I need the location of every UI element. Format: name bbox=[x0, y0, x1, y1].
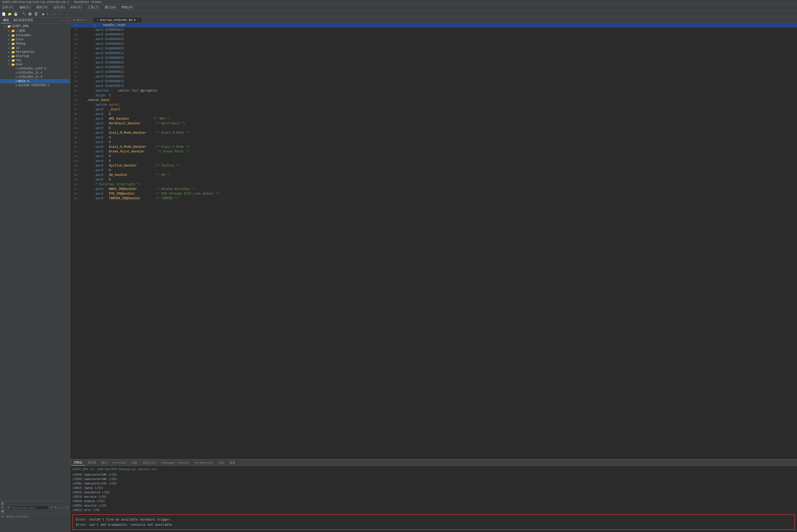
main-c-tab-close[interactable]: ✕ bbox=[89, 18, 90, 22]
line-number: 23 bbox=[70, 56, 80, 60]
tree-item-it-h[interactable]: h ch32v20x_it.h bbox=[0, 75, 70, 79]
tab-terminal[interactable]: Terminal bbox=[110, 460, 129, 465]
line-arrow bbox=[80, 177, 84, 182]
line-content: .word HardFault_Handler /* Hard Fault */ bbox=[84, 121, 797, 126]
line-number: 21 bbox=[70, 46, 80, 51]
code-line-22: 22 .word 0x00000013 bbox=[70, 51, 797, 56]
toolbar-save[interactable]: 💾 bbox=[13, 12, 18, 16]
toolbar-back[interactable]: ← bbox=[59, 12, 64, 16]
disasm-refresh-btn[interactable]: ↺ bbox=[50, 506, 53, 509]
tree-item-system-c[interactable]: c system ch32v20x.c bbox=[0, 83, 70, 88]
tab-peripherals[interactable]: Peripherals bbox=[192, 460, 216, 465]
menu-edit[interactable]: 编辑(E) bbox=[18, 5, 32, 10]
menu-tools[interactable]: 工具(T) bbox=[87, 5, 100, 10]
line-arrow: → bbox=[80, 23, 84, 27]
code-line-45: 45 .word 0 bbox=[70, 159, 797, 164]
line-arrow bbox=[80, 42, 84, 46]
tree-item-conf-h[interactable]: h ch32v20x_conf.h bbox=[0, 66, 70, 71]
core-folder-icon: 📂 bbox=[12, 38, 15, 41]
tab-problems[interactable]: 问题 bbox=[129, 460, 140, 466]
code-editor[interactable]: 16→ j handle_reset17 .word 0x0000001318 … bbox=[70, 23, 797, 459]
tree-item-includes[interactable]: ▶ 📂 Includes bbox=[0, 33, 70, 37]
list-item: (4161) priv (/8) bbox=[72, 508, 795, 512]
line-arrow bbox=[80, 140, 84, 145]
tree-item-it-c[interactable]: c ch32v20x_it.c bbox=[0, 71, 70, 75]
toolbar-step-return[interactable]: ↑ bbox=[53, 12, 56, 16]
toolbar-clean[interactable]: 🗑️ bbox=[33, 12, 39, 16]
list-item: (3667) hgeip (/32) bbox=[72, 486, 795, 490]
line-arrow bbox=[80, 32, 84, 37]
disasm-location-input[interactable] bbox=[10, 506, 49, 510]
tree-item-root[interactable]: ▼ 📁 USART_DMA bbox=[0, 24, 70, 28]
tree-item-startup[interactable]: ▶ 📂 Startup bbox=[0, 54, 70, 58]
disasm-close-btn[interactable]: ✕ bbox=[65, 506, 69, 509]
menu-flash[interactable]: 闪存(F) bbox=[69, 5, 83, 10]
tab-search[interactable]: 搜索 bbox=[227, 460, 238, 466]
code-line-31: 31 .align 1 bbox=[70, 93, 797, 98]
tab-main-c[interactable]: c main.c ✕ bbox=[70, 17, 93, 23]
code-line-51: 51 .word WWDG_IRQHandler /* Window Watch… bbox=[70, 187, 797, 191]
toolbar-rebuild[interactable]: ⚙️ bbox=[27, 12, 33, 16]
tab-memory[interactable]: 内存 bbox=[216, 460, 227, 466]
tab-registers[interactable]: 寄存器 bbox=[85, 460, 99, 466]
tree-item-user[interactable]: ▼ 📂 User bbox=[0, 62, 70, 66]
toolbar-step-over[interactable]: ⤵ bbox=[46, 12, 49, 16]
menu-window[interactable]: 窗口(W) bbox=[103, 5, 118, 10]
disasm-maximize-btn[interactable]: □ bbox=[62, 506, 65, 509]
line-number: 45 bbox=[70, 159, 80, 164]
menu-run[interactable]: 运行(R) bbox=[52, 5, 67, 10]
menu-help[interactable]: 帮助(H) bbox=[120, 5, 134, 10]
tab-project-explorer[interactable]: 项目资源管理器 bbox=[11, 17, 35, 23]
tab-startup-asm[interactable]: S startup_ch32v20x_D6.S ✕ bbox=[93, 17, 142, 23]
tab-debug[interactable]: 调试 bbox=[1, 17, 11, 23]
toolbar-new[interactable]: 📄 bbox=[1, 12, 6, 16]
tree-item-core[interactable]: ▶ 📂 Core bbox=[0, 37, 70, 42]
line-arrow bbox=[80, 93, 84, 98]
tab-console[interactable]: 控制台 bbox=[71, 460, 85, 466]
tree-arrow-ld: ▶ bbox=[8, 46, 12, 50]
tab-breakpoints[interactable]: 断点 bbox=[99, 460, 110, 466]
line-number: 48 bbox=[70, 173, 80, 177]
minimize-icon[interactable]: — bbox=[57, 18, 61, 22]
line-content: .word 0x00000013 bbox=[84, 60, 797, 65]
main-layout: 调试 项目资源管理器 — □ ✕ ▼ 📁 USART_DMA ▶ 📂 二进制 bbox=[0, 17, 797, 532]
line-number: 31 bbox=[70, 93, 80, 98]
disasm-minimize-btn[interactable]: — bbox=[58, 506, 62, 509]
close-panel-icon[interactable]: ✕ bbox=[65, 18, 69, 22]
toolbar-forward[interactable]: → bbox=[64, 12, 69, 16]
line-arrow bbox=[80, 154, 84, 159]
code-line-42: 42 .word Ecall_U_Mode_Handler /* Ecall U… bbox=[70, 145, 797, 149]
menu-project[interactable]: 项目(P) bbox=[35, 5, 49, 10]
list-item: (3296) hpmcounter31h (/32) bbox=[72, 481, 795, 486]
menu-file[interactable]: 文件(F) bbox=[1, 5, 15, 10]
toolbar-step-into[interactable]: ↓ bbox=[50, 12, 53, 16]
toolbar-debug[interactable]: ▶ bbox=[42, 12, 45, 16]
line-number: 44 bbox=[70, 154, 80, 159]
line-number: 33 bbox=[70, 102, 80, 107]
line-content: .word Ecall_U_Mode_Handler /* Ecall U Mo… bbox=[84, 145, 797, 149]
tab-debugger-console[interactable]: Debugger Console bbox=[159, 460, 192, 465]
line-content: .word 0 bbox=[84, 135, 797, 140]
tab-executables[interactable]: 可执行文件 bbox=[140, 460, 159, 466]
disasm-settings-btn[interactable]: ⚙ bbox=[54, 506, 57, 509]
tree-item-main-c[interactable]: c main.c bbox=[0, 79, 70, 83]
line-content: .word SW_handler /* SW */ bbox=[84, 173, 797, 177]
tree-item-ld[interactable]: ▶ 📂 Ld bbox=[0, 46, 70, 50]
tree-item-binary[interactable]: ▶ 📂 二进制 bbox=[0, 28, 70, 33]
toolbar-build[interactable]: 🔨 bbox=[21, 12, 27, 16]
line-number: 41 bbox=[70, 140, 80, 145]
line-content: .word 0 bbox=[84, 140, 797, 145]
line-number: 30 bbox=[70, 89, 80, 93]
code-line-33: 33 .option norvc; bbox=[70, 102, 797, 107]
code-line-20: 20 .word 0x00000013 bbox=[70, 42, 797, 46]
line-number: 26 bbox=[70, 70, 80, 74]
maximize-icon[interactable]: □ bbox=[62, 18, 65, 22]
code-line-32: 32_vector_base: bbox=[70, 98, 797, 102]
tree-item-obj[interactable]: ▶ 📁 obj bbox=[0, 58, 70, 62]
tree-item-peripheral[interactable]: ▶ 📂 Peripheral bbox=[0, 50, 70, 54]
tree-item-debug[interactable]: ▶ 📂 Debug bbox=[0, 42, 70, 46]
line-content: .word NMI_Handler /* NMI */ bbox=[84, 117, 797, 121]
toolbar-open[interactable]: 📁 bbox=[7, 12, 13, 16]
line-content: .word 0 bbox=[84, 177, 797, 182]
startup-tab-close[interactable]: ✕ bbox=[137, 18, 139, 22]
